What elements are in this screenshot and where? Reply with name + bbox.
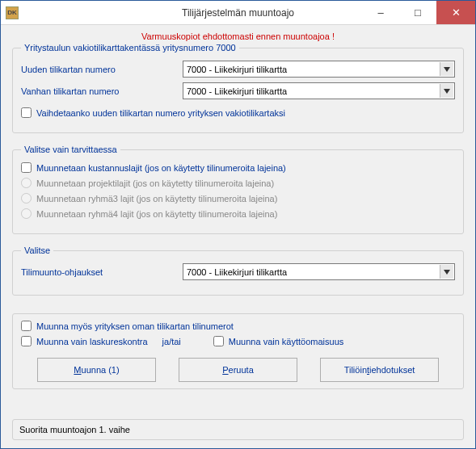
titlebar: DK Tilijärjestelmän muuntoajo – □ ✕ <box>1 1 475 25</box>
cost-types-row[interactable]: Muunnetaan kustannuslajit (jos on käytet… <box>21 162 455 173</box>
fixed-assets-row[interactable]: Muunna vain käyttöomaisuus <box>213 336 343 346</box>
content-area: Varmuuskopiot ehdottomasti ennen muuntoa… <box>1 25 475 448</box>
project-types-label: Muunnetaan projektilajit (jos on käytett… <box>36 178 274 188</box>
cost-types-label: Muunnetaan kustannuslajit (jos on käytet… <box>36 163 286 173</box>
swap-default-label: Vaihdetaanko uuden tilikartan numero yri… <box>36 108 285 118</box>
invoice-ledger-row[interactable]: Muunna vain laskureskontra <box>21 336 148 346</box>
app-icon: DK <box>6 6 19 19</box>
fixed-assets-label: Muunna vain käyttöomaisuus <box>229 337 343 346</box>
mapping-value: 7000 - Liikekirjuri tilikartta <box>187 267 287 277</box>
select-group: Valitse Tilimuunto-ohjaukset 7000 - Liik… <box>12 245 464 296</box>
and-or-label: ja/tai <box>162 337 181 346</box>
convert-options-block: Muunna myös yrityksen oman tilikartan ti… <box>12 313 464 389</box>
invoice-ledger-label: Muunna vain laskureskontra <box>36 337 148 346</box>
warning-text: Varmuuskopiot ehdottomasti ennen muuntoa… <box>12 31 464 41</box>
fixed-assets-checkbox[interactable] <box>213 336 224 346</box>
mapping-combo[interactable]: 7000 - Liikekirjuri tilikartta <box>183 263 455 280</box>
group4-types-radio[interactable] <box>21 208 32 219</box>
chevron-down-icon <box>440 84 453 98</box>
new-chart-value: 7000 - Liikekirjuri tilikartta <box>187 65 287 74</box>
old-chart-value: 7000 - Liikekirjuri tilikartta <box>187 86 287 96</box>
project-types-row[interactable]: Muunnetaan projektilajit (jos on käytett… <box>21 178 455 188</box>
window-controls: – □ ✕ <box>362 1 475 24</box>
main-window: DK Tilijärjestelmän muuntoajo – □ ✕ Varm… <box>0 0 476 449</box>
group3-types-radio[interactable] <box>21 193 32 204</box>
status-text: Suorita muuntoajon 1. vaihe <box>19 425 130 434</box>
project-types-radio[interactable] <box>21 178 32 188</box>
group3-types-row[interactable]: Muunnetaan ryhmä3 lajit (jos on käytetty… <box>21 193 455 204</box>
group4-types-row[interactable]: Muunnetaan ryhmä4 lajit (jos on käytetty… <box>21 208 455 219</box>
swap-default-checkbox[interactable] <box>21 107 32 118</box>
own-chart-checkbox[interactable] <box>21 321 32 331</box>
new-chart-combo[interactable]: 7000 - Liikekirjuri tilikartta <box>183 61 455 78</box>
minimize-button[interactable]: – <box>362 1 399 24</box>
cost-types-checkbox[interactable] <box>21 162 32 173</box>
select-legend: Valitse <box>21 245 53 255</box>
status-bar: Suorita muuntoajon 1. vaihe <box>12 419 464 440</box>
chevron-down-icon <box>440 62 453 76</box>
group4-types-label: Muunnetaan ryhmä4 lajit (jos on käytetty… <box>36 209 277 219</box>
company-chart-legend: Yritystaulun vakiotilikarttakentässä yri… <box>21 43 239 52</box>
company-chart-group: Yritystaulun vakiotilikarttakentässä yri… <box>12 43 464 133</box>
cancel-button[interactable]: Peruuta <box>179 358 297 382</box>
suggestions-button[interactable]: Tiliöintiehdotukset <box>320 358 439 382</box>
chevron-down-icon <box>440 265 453 279</box>
optional-legend: Valitse vain tarvittaessa <box>21 145 120 154</box>
convert-button[interactable]: Muunna (1) <box>37 358 156 382</box>
swap-default-checkbox-row[interactable]: Vaihdetaanko uuden tilikartan numero yri… <box>21 107 455 118</box>
mapping-label: Tilimuunto-ohjaukset <box>21 267 183 277</box>
old-chart-combo[interactable]: 7000 - Liikekirjuri tilikartta <box>183 82 455 99</box>
old-chart-label: Vanhan tilikartan numero <box>21 86 183 96</box>
maximize-button[interactable]: □ <box>399 1 436 24</box>
group3-types-label: Muunnetaan ryhmä3 lajit (jos on käytetty… <box>36 194 277 204</box>
close-button[interactable]: ✕ <box>436 1 475 24</box>
invoice-ledger-checkbox[interactable] <box>21 336 32 346</box>
own-chart-row[interactable]: Muunna myös yrityksen oman tilikartan ti… <box>21 321 455 331</box>
new-chart-label: Uuden tilikartan numero <box>21 65 183 74</box>
own-chart-label: Muunna myös yrityksen oman tilikartan ti… <box>36 321 234 331</box>
optional-group: Valitse vain tarvittaessa Muunnetaan kus… <box>12 145 464 234</box>
